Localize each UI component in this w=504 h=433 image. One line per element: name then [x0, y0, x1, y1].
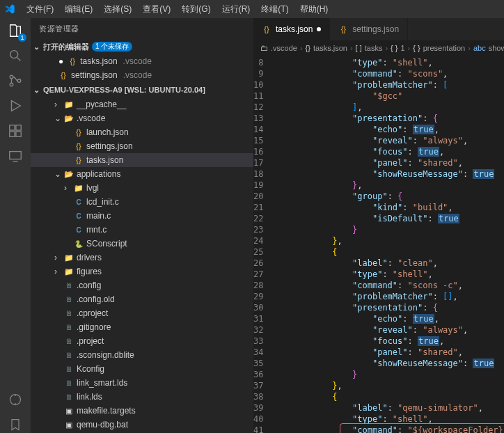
chevron-down-icon: ⌄: [33, 42, 40, 52]
code-line[interactable]: {: [271, 391, 504, 402]
tree-item[interactable]: Cmain.c: [31, 209, 253, 223]
editor-tab[interactable]: {}settings.json: [330, 18, 408, 40]
tree-item[interactable]: {}tasks.json: [31, 153, 253, 167]
code-line[interactable]: "focus": true,: [271, 336, 504, 347]
menu-item[interactable]: 文件(F): [21, 2, 59, 17]
code-editor[interactable]: 8910111213141516171819202122232425262728…: [253, 56, 504, 433]
code-line[interactable]: },: [271, 235, 504, 246]
code-line[interactable]: },: [271, 180, 504, 191]
tree-item[interactable]: ⌄📂.vscode: [31, 111, 253, 125]
workspace-header[interactable]: ⌄ QEMU-VEXPRESS-A9 [WSL: UBUNTU-20.04]: [31, 82, 253, 97]
tree-item[interactable]: ›📁drivers: [31, 251, 253, 265]
code-line[interactable]: {: [271, 246, 504, 258]
chevron-right-icon: ›: [300, 44, 303, 52]
menu-item[interactable]: 编辑(E): [59, 2, 98, 17]
tree-item[interactable]: 🐍SConscript: [31, 237, 253, 251]
explorer-icon[interactable]: [7, 22, 24, 39]
json-file-icon: {}: [338, 24, 348, 34]
chevron-right-icon: ›: [468, 44, 471, 52]
code-line[interactable]: "problemMatcher": [],: [271, 291, 504, 302]
code-line[interactable]: "presentation": {: [271, 113, 504, 124]
tree-item[interactable]: {}settings.json: [31, 139, 253, 153]
menu-item[interactable]: 运行(R): [216, 2, 256, 17]
tree-item[interactable]: ›📁lvgl: [31, 181, 253, 195]
tree-item[interactable]: 🗎Kconfig: [31, 362, 253, 376]
open-editor-item[interactable]: {}settings.json.vscode: [31, 68, 253, 82]
code-line[interactable]: "command": "scons",: [271, 68, 504, 79]
code-line[interactable]: "panel": "shared",: [271, 157, 504, 168]
code-line[interactable]: "reveal": "always",: [271, 135, 504, 146]
tree-item[interactable]: Clcd_init.c: [31, 195, 253, 209]
breadcrumb-segment[interactable]: tasks: [365, 44, 383, 52]
code-line[interactable]: "showReuseMessage": true: [271, 358, 504, 369]
breadcrumb[interactable]: 🗀 .vscode›{} tasks.json›[ ] tasks›{ } 1›…: [253, 40, 504, 56]
tree-item[interactable]: 🗎.sconsign.dblite: [31, 348, 253, 362]
json-file-icon: {}: [262, 24, 271, 34]
code-line[interactable]: "label": "qemu-simulator",: [271, 402, 504, 414]
breadcrumb-segment[interactable]: showReuseMes: [489, 44, 504, 52]
remote-icon[interactable]: [7, 148, 24, 164]
editor-tab[interactable]: {}tasks.json: [253, 18, 330, 40]
code-line[interactable]: "type": "shell",: [271, 57, 504, 68]
code-line[interactable]: "command": "scons -c",: [271, 280, 504, 291]
compass-icon[interactable]: [7, 391, 24, 408]
breadcrumb-icon: {}: [306, 44, 310, 52]
breadcrumb-segment[interactable]: 1: [400, 44, 404, 52]
code-line[interactable]: "reveal": "always",: [271, 324, 504, 336]
code-line[interactable]: "group": {: [271, 191, 504, 202]
tree-item[interactable]: 🗎.gitignore: [31, 320, 253, 334]
extensions-icon[interactable]: [7, 123, 24, 139]
tree-item[interactable]: ›📁figures: [31, 265, 253, 278]
breadcrumb-segment[interactable]: .vscode: [271, 44, 297, 52]
file-icon: 🗎: [64, 281, 74, 290]
source-control-icon[interactable]: [7, 72, 24, 89]
code-line[interactable]: "echo": true,: [271, 313, 504, 324]
tree-item[interactable]: ▣qemu-dbg.bat: [31, 418, 253, 432]
code-line[interactable]: },: [271, 380, 504, 391]
code-line[interactable]: }: [271, 369, 504, 380]
code-line[interactable]: "type": "shell",: [271, 269, 504, 280]
run-debug-icon[interactable]: [7, 97, 24, 114]
code-line[interactable]: "isDefault": true: [271, 213, 504, 224]
breadcrumb-icon: 🗀: [260, 44, 268, 52]
folder-icon: 📂: [64, 113, 74, 123]
tree-item[interactable]: 🗎.config.old: [31, 292, 253, 306]
code-line[interactable]: "panel": "shared",: [271, 347, 504, 358]
menu-item[interactable]: 查看(V): [137, 2, 176, 17]
code-line[interactable]: "label": "clean",: [271, 258, 504, 269]
code-line[interactable]: "presentation": {: [271, 302, 504, 313]
c-file-icon: C: [74, 225, 84, 235]
menu-item[interactable]: 终端(T): [255, 2, 294, 17]
tree-item[interactable]: ▣makefile.targets: [31, 404, 253, 418]
tree-item[interactable]: Cmnt.c: [31, 223, 253, 237]
tree-item[interactable]: ⌄📂applications: [31, 167, 253, 181]
chevron-right-icon: ›: [350, 44, 353, 52]
menu-item[interactable]: 选择(S): [98, 2, 137, 17]
code-line[interactable]: "kind": "build",: [271, 202, 504, 213]
bookmark-icon[interactable]: [7, 416, 24, 433]
code-line[interactable]: "$gcc": [271, 90, 504, 102]
tree-item[interactable]: 🗎.project: [31, 334, 253, 348]
tree-item[interactable]: 🗎.cproject: [31, 306, 253, 320]
code-line[interactable]: }: [271, 224, 504, 235]
code-line[interactable]: "echo": true,: [271, 124, 504, 135]
code-line[interactable]: "focus": true,: [271, 146, 504, 157]
title-bar: 文件(F)编辑(E)选择(S)查看(V)转到(G)运行(R)终端(T)帮助(H): [0, 0, 504, 18]
open-editors-header[interactable]: ⌄ 打开的编辑器 1 个未保存: [31, 39, 253, 54]
open-editor-item[interactable]: ●{}tasks.json.vscode: [31, 54, 253, 68]
tree-item[interactable]: {}launch.json: [31, 125, 253, 139]
unsaved-badge: 1 个未保存: [92, 42, 132, 52]
tree-item[interactable]: 🗎link_smart.lds: [31, 376, 253, 390]
menu-item[interactable]: 帮助(H): [294, 2, 334, 17]
tree-item[interactable]: ›📁__pycache__: [31, 97, 253, 111]
breadcrumb-segment[interactable]: presentation: [423, 44, 466, 52]
file-label: makefile.targets: [77, 406, 136, 416]
tree-item[interactable]: 🗎link.lds: [31, 390, 253, 404]
search-icon[interactable]: [7, 47, 24, 64]
breadcrumb-segment[interactable]: tasks.json: [313, 44, 347, 52]
menu-item[interactable]: 转到(G): [176, 2, 216, 17]
code-line[interactable]: "problemMatcher": [: [271, 79, 504, 90]
tree-item[interactable]: 🗎.config: [31, 278, 253, 292]
code-line[interactable]: "showReuseMessage": true: [271, 168, 504, 180]
code-line[interactable]: ],: [271, 102, 504, 113]
